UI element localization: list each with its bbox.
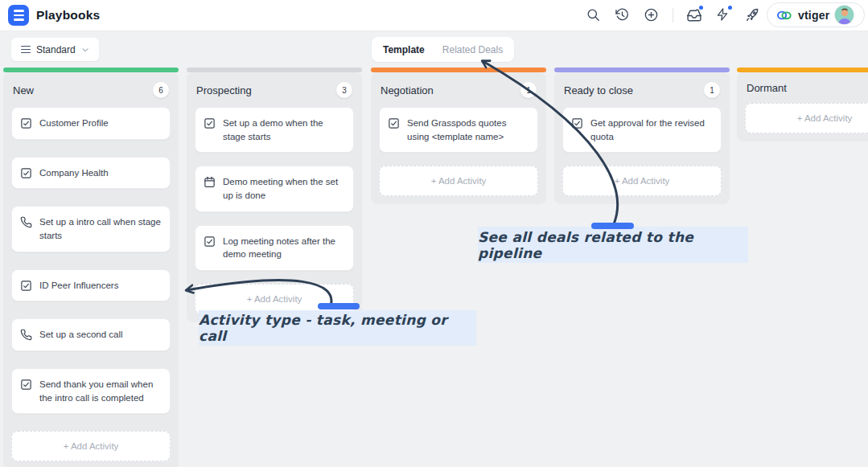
search-icon[interactable] [586,7,602,23]
view-selector[interactable]: Standard [11,38,99,61]
column-title: Ready to close [564,84,633,96]
call-icon [20,216,32,228]
activity-card[interactable]: Set up a second call [11,318,171,351]
brand-name: vtiger [798,9,829,22]
annotation-activity-type: Activity type - task, meeting or call [199,310,476,346]
add-activity-button[interactable]: + Add Activity [562,166,722,196]
add-icon[interactable] [644,7,660,23]
column-negotiation: Negotiation 1 Send Grasspods quotes usin… [371,68,546,204]
activity-card[interactable]: Send thank you email when the intro call… [11,368,171,414]
task-icon [388,117,400,129]
activity-card-text: Company Health [39,166,109,180]
annotation-related-deals: See all deals related to the pipeline [478,227,748,263]
header-divider [673,8,673,23]
activity-card[interactable]: Demo meeting when the set up is done [195,166,354,211]
activity-card[interactable]: Company Health [11,157,171,190]
activity-card-text: Set up a second call [39,328,123,342]
activity-card[interactable]: Set up a demo when the stage starts [195,107,354,153]
column-prospecting: Prospecting 3 Set up a demo when the sta… [187,68,362,322]
column-title: Prospecting [196,84,252,96]
task-icon [571,117,583,129]
inbox-icon[interactable] [686,7,702,23]
activity-card[interactable]: Set up a intro call when stage starts [11,206,171,252]
menu-button[interactable] [8,5,29,26]
activity-card[interactable]: Get approval for the revised quota [562,107,722,153]
task-icon [20,167,32,179]
task-icon [204,117,216,129]
actions-bolt-icon[interactable] [715,7,731,23]
add-activity-button[interactable]: + Add Activity [379,166,538,196]
activity-card[interactable]: ID Peer Influencers [11,269,171,302]
avatar[interactable] [834,5,854,25]
bolt-notification-dot [728,6,732,10]
account-button[interactable]: vtiger [767,2,865,27]
column-new: New 6 Customer Profile Company Health Se… [3,68,179,467]
activity-card-text: Set up a demo when the stage starts [223,117,345,143]
column-count-badge: 3 [336,82,352,98]
column-dormant: Dormant + Add Activity [737,68,868,141]
column-ready-to-close: Ready to close 1 Get approval for the re… [554,68,730,204]
column-count-badge: 6 [153,82,169,98]
activity-card-text: Log meeting notes after the demo meeting [223,235,345,261]
annotation-pointer-line [591,223,634,229]
task-icon [20,117,32,129]
activity-card-text: Customer Profile [39,117,109,130]
task-icon [20,280,32,292]
add-activity-button[interactable]: + Add Activity [11,431,171,461]
vtiger-logo-icon [775,9,793,22]
annotation-pointer-line [318,303,360,309]
chevron-down-icon [81,46,89,54]
add-activity-button[interactable]: + Add Activity [745,103,868,133]
call-icon [20,329,32,341]
column-title: Dormant [747,82,787,94]
hamburger-icon [14,10,24,20]
app-header: Playbooks [0,0,868,31]
activity-card[interactable]: Customer Profile [11,107,171,140]
column-title: Negotiation [381,84,434,96]
activity-card-text: ID Peer Influencers [39,279,118,293]
header-icons [586,0,760,31]
rocket-icon[interactable] [744,7,760,23]
activity-card-text: Send Grasspods quotes using <template na… [407,117,529,143]
view-selector-label: Standard [36,44,76,55]
activity-card-text: Send thank you email when the intro call… [39,378,162,404]
history-icon[interactable] [615,7,631,23]
tab-related-deals[interactable]: Related Deals [442,44,503,55]
activity-card-text: Get approval for the revised quota [590,117,713,143]
tab-template[interactable]: Template [383,44,425,55]
meeting-icon [204,176,216,188]
page-title: Playbooks [36,0,100,31]
board-tabs: Template Related Deals [372,37,514,62]
task-icon [204,236,216,248]
list-icon [21,46,31,54]
activity-card[interactable]: Log meeting notes after the demo meeting [195,225,354,271]
column-title: New [13,84,34,96]
activity-card-text: Set up a intro call when stage starts [39,215,162,242]
inbox-notification-dot [699,6,703,10]
activity-card[interactable]: Send Grasspods quotes using <template na… [379,107,538,153]
activity-card-text: Demo meeting when the set up is done [223,175,345,202]
column-count-badge: 1 [520,82,537,98]
playbooks-page: Playbooks [0,0,868,467]
column-count-badge: 1 [704,82,720,98]
task-icon [20,379,32,391]
